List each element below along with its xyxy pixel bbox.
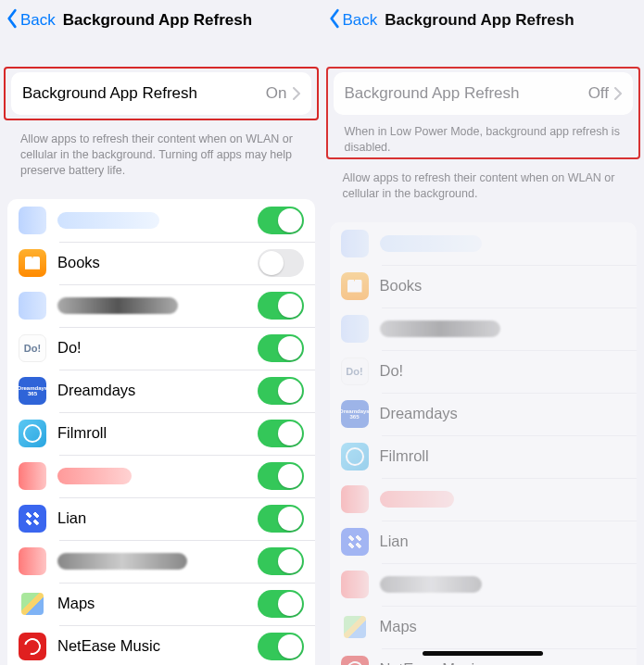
app-name-label: Filmroll <box>380 447 626 465</box>
nav-bar: Back Background App Refresh <box>322 0 645 41</box>
app-icon-redacted <box>19 207 46 234</box>
filmroll-icon <box>341 443 369 471</box>
app-row <box>7 284 315 327</box>
back-label: Back <box>20 11 56 30</box>
app-toggle[interactable] <box>258 249 304 277</box>
settings-panel-left: Back Background App Refresh Background A… <box>0 0 322 665</box>
app-row-filmroll: Filmroll <box>7 412 315 455</box>
back-label: Back <box>343 11 378 30</box>
do-icon: Do! <box>19 334 46 362</box>
dreamdays-icon: Dreamdays365 <box>19 377 46 405</box>
app-toggle[interactable] <box>258 292 304 320</box>
app-name-redacted <box>380 320 500 337</box>
app-toggle[interactable] <box>258 633 304 660</box>
netease-icon <box>19 633 46 660</box>
low-power-mode-note: When in Low Power Mode, background app r… <box>328 119 639 157</box>
app-name-redacted <box>380 491 454 508</box>
app-row-filmroll: Filmroll <box>330 435 638 478</box>
back-button[interactable]: Back <box>6 8 56 32</box>
app-icon-redacted <box>341 571 369 598</box>
app-row <box>7 199 315 242</box>
app-icon-redacted <box>341 230 369 257</box>
app-icon-redacted <box>341 485 369 513</box>
app-row <box>330 563 638 606</box>
chevron-right-icon <box>293 87 300 100</box>
app-row-lian: Lian <box>330 521 638 563</box>
dreamdays-icon: Dreamdays365 <box>341 400 369 428</box>
back-button[interactable]: Back <box>328 8 378 32</box>
app-toggle[interactable] <box>258 547 304 575</box>
app-name-redacted <box>380 576 482 593</box>
master-setting-label: Background App Refresh <box>345 84 520 103</box>
app-row <box>330 478 638 521</box>
app-icon-redacted <box>19 462 46 490</box>
app-row <box>330 307 638 350</box>
app-row-books: Books <box>330 265 638 307</box>
settings-panel-right: Back Background App Refresh Background A… <box>322 0 645 665</box>
app-toggle[interactable] <box>258 377 304 405</box>
chevron-left-icon <box>6 8 19 32</box>
netease-icon <box>341 656 369 666</box>
filmroll-icon <box>19 420 46 447</box>
master-setting-value: On <box>266 84 287 103</box>
app-row-do: Do! Do! <box>330 350 638 393</box>
app-toggle[interactable] <box>258 334 304 362</box>
app-row-maps: Maps <box>7 583 315 625</box>
page-title: Background App Refresh <box>385 11 574 30</box>
app-name-label: Lian <box>57 509 258 527</box>
app-name-label: NetEase Music <box>57 637 258 655</box>
app-name-label: Books <box>380 277 626 295</box>
master-setting-label: Background App Refresh <box>22 84 197 103</box>
page-title: Background App Refresh <box>63 11 252 30</box>
app-toggle[interactable] <box>258 590 304 618</box>
app-row-maps: Maps <box>330 606 638 648</box>
books-icon <box>19 249 46 277</box>
chevron-right-icon <box>614 87 622 100</box>
maps-icon <box>341 613 369 641</box>
app-row-dreamdays: Dreamdays365 Dreamdays <box>330 393 638 435</box>
app-icon-redacted <box>19 292 46 320</box>
app-name-redacted <box>57 212 159 229</box>
app-toggle[interactable] <box>258 462 304 490</box>
chevron-left-icon <box>328 8 341 32</box>
nav-bar: Back Background App Refresh <box>0 0 322 41</box>
app-name-label: Maps <box>380 618 626 635</box>
app-list: Books Do! Do! Dreamdays365 Dreamdays Fil… <box>7 199 315 665</box>
app-toggle[interactable] <box>258 207 304 234</box>
app-icon-redacted <box>19 547 46 575</box>
app-name-label: Filmroll <box>57 424 258 442</box>
app-name-label: Books <box>57 254 258 271</box>
app-name-label: Dreamdays <box>380 405 626 422</box>
app-name-redacted <box>57 297 178 314</box>
app-toggle[interactable] <box>258 420 304 447</box>
master-setting-row[interactable]: Background App Refresh Off <box>334 72 634 115</box>
app-toggle[interactable] <box>258 505 304 533</box>
app-name-label: Do! <box>380 362 626 380</box>
app-name-label: Do! <box>57 339 258 357</box>
lian-icon <box>19 505 46 533</box>
setting-description: Allow apps to refresh their content when… <box>322 165 645 209</box>
app-icon-redacted <box>341 315 369 343</box>
app-name-label: Maps <box>57 595 258 612</box>
app-name-redacted <box>57 553 187 570</box>
app-row-books: Books <box>7 242 315 284</box>
master-setting-row[interactable]: Background App Refresh On <box>11 72 311 115</box>
master-setting-value: Off <box>588 84 609 103</box>
app-row-lian: Lian <box>7 497 315 540</box>
app-row <box>330 222 638 265</box>
maps-icon <box>19 590 46 618</box>
app-name-redacted <box>57 468 132 484</box>
app-name-label: Lian <box>380 533 626 550</box>
home-indicator <box>423 651 543 656</box>
app-list: Books Do! Do! Dreamdays365 Dreamdays Fil… <box>330 222 638 666</box>
app-row-dreamdays: Dreamdays365 Dreamdays <box>7 370 315 412</box>
app-name-label: Dreamdays <box>57 382 258 399</box>
lian-icon <box>341 528 369 556</box>
do-icon: Do! <box>341 358 369 385</box>
app-row <box>7 455 315 497</box>
setting-description: Allow apps to refresh their content when… <box>0 126 322 186</box>
app-row-netease: NetEase Music <box>7 625 315 665</box>
books-icon <box>341 272 369 300</box>
highlight-annotation: Background App Refresh Off When in Low P… <box>326 67 641 159</box>
highlight-annotation: Background App Refresh On <box>4 67 319 120</box>
